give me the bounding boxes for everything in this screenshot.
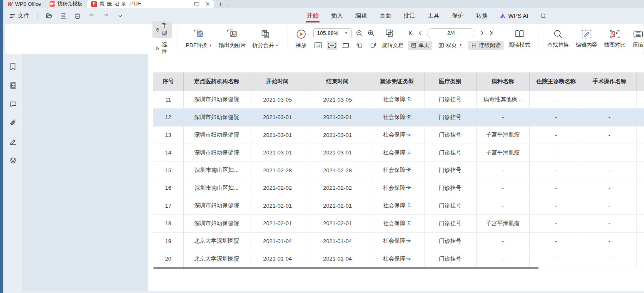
table-row[interactable]: 20北京大学深圳医院2021-01-042021-01-04社会保障卡门诊挂号-…: [153, 250, 644, 268]
fit-width-icon[interactable]: [327, 41, 337, 50]
table-row[interactable]: 11深圳市妇幼保健院2021-03-052021-03-05社会保障卡门诊挂号病…: [153, 91, 644, 109]
ribbon-tab-edit[interactable]: 编辑: [354, 8, 368, 23]
ribbon-tab-home[interactable]: 开始: [306, 8, 320, 23]
bookmark-icon[interactable]: [8, 62, 18, 72]
svg-text:1:1: 1:1: [316, 44, 320, 47]
horizontal-scrollbar[interactable]: [153, 267, 539, 269]
zoom-in-icon[interactable]: [367, 29, 375, 37]
rotate-document-label[interactable]: 旋转文档: [382, 42, 404, 49]
edit-content-button[interactable]: 编辑内容: [572, 29, 601, 49]
table-cell: 门诊挂号: [424, 126, 476, 144]
read-mode-button[interactable]: 阅读模式: [505, 29, 534, 49]
save-icon[interactable]: [59, 12, 67, 20]
table-cell: 门诊挂号: [424, 144, 476, 162]
table-cell: 社会保障卡: [370, 144, 424, 162]
page-number-input[interactable]: 2/4: [427, 28, 475, 38]
table-cell: -: [529, 179, 583, 197]
read-mode-icon: [514, 29, 525, 39]
rotate-left-icon[interactable]: [354, 41, 364, 50]
table-cell: 2021-02-01: [305, 215, 370, 233]
redo-icon[interactable]: [102, 12, 110, 20]
table-cell: 2021-02-02: [305, 179, 370, 197]
table-cell: 门诊挂号: [424, 91, 476, 109]
next-page-icon[interactable]: [480, 30, 484, 36]
play-icon: [296, 29, 307, 40]
comment-icon[interactable]: [8, 99, 18, 109]
table-cell: 社会保障卡: [370, 215, 424, 233]
ribbon-tab-tools[interactable]: 工具: [427, 8, 440, 23]
monitor-icon[interactable]: [192, 1, 201, 7]
ribbon-tab-insert[interactable]: 插入: [330, 8, 344, 23]
close-tab-icon[interactable]: [204, 2, 212, 6]
zoom-out-icon[interactable]: [355, 29, 363, 37]
table-cell: 2021-02-28: [305, 161, 370, 179]
table-cell: 门诊挂号: [424, 197, 476, 215]
pdf-page[interactable]: 序号定点医药机构名称开始时间结束时间就诊凭证类型医疗类别病种名称住院主诊断名称手…: [148, 54, 644, 291]
table-row[interactable]: 19北京大学深圳医院2021-01-042021-01-04社会保障卡门诊挂号-…: [153, 232, 644, 250]
zoom-level-select[interactable]: 105.88% ▼: [313, 28, 352, 38]
table-row[interactable]: 15深圳市南山区妇...2021-02-282021-02-28社会保障卡门诊挂…: [153, 161, 644, 179]
double-page-icon: [438, 42, 444, 48]
table-cell: 社会保障卡: [370, 126, 424, 144]
ribbon-tab-page[interactable]: 页面: [379, 8, 392, 23]
attachment-icon[interactable]: [8, 118, 18, 128]
table-row[interactable]: 13深圳市妇幼保健院2021-03-012021-03-01社会保障卡门诊挂号子…: [153, 126, 644, 144]
single-page-button[interactable]: 单页: [408, 41, 432, 50]
tab-wps-office[interactable]: W WPS Office: [3, 0, 45, 8]
tab-document-pdf[interactable]: P 就 医 记 录 .PDF: [87, 0, 214, 8]
history-chevron-icon[interactable]: [116, 12, 124, 20]
single-page-label: 单页: [419, 42, 429, 49]
export-as-image-button[interactable]: 输出为图片: [215, 29, 249, 49]
hand-icon: [155, 27, 160, 33]
table-row[interactable]: 12深圳市妇幼保健院2021-03-012021-03-01社会保障卡门诊挂号-…: [153, 109, 644, 127]
ribbon-tab-protect[interactable]: 保护: [451, 8, 464, 23]
table-cell: -: [583, 215, 636, 233]
table-cell: -: [476, 250, 529, 268]
find-replace-button[interactable]: 查找替换: [544, 29, 572, 49]
compress-button[interactable]: 压缩: [629, 29, 644, 49]
rotate-right-icon[interactable]: [368, 41, 378, 50]
table-cell: 2021-02-01: [250, 197, 305, 215]
rotate-document-icon[interactable]: [384, 29, 394, 38]
play-button[interactable]: 播放: [292, 29, 310, 49]
continuous-read-button[interactable]: 连续阅读: [468, 41, 504, 50]
split-merge-button[interactable]: 拆分合并▼: [249, 29, 282, 49]
tab-docer-templates[interactable]: �� 找稻壳模板: [45, 0, 87, 8]
table-row[interactable]: 16深圳市南山区妇...2021-02-022021-02-02社会保障卡门诊挂…: [153, 179, 644, 197]
hand-tool-button[interactable]: 手型: [152, 21, 172, 38]
print-icon[interactable]: [73, 12, 82, 20]
table-row[interactable]: 18深圳市妇幼保健院2021-02-012021-02-01社会保障卡门诊挂号子…: [153, 215, 644, 233]
table-row[interactable]: 14深圳市妇幼保健院2021-03-012021-03-01社会保障卡门诊挂号子…: [153, 144, 644, 162]
menu-bar: 文件: [3, 8, 644, 24]
window-edge-strip: [0, 0, 3, 293]
ribbon-tab-annotate[interactable]: 批注: [403, 8, 416, 23]
open-file-icon[interactable]: [45, 12, 53, 20]
last-page-icon[interactable]: [489, 30, 494, 36]
undo-icon[interactable]: [87, 12, 96, 20]
table-row[interactable]: 17深圳市妇幼保健院2021-02-012021-02-01社会保障卡门诊挂号-…: [153, 197, 644, 215]
table-cell: 2021-02-02: [250, 179, 305, 197]
tab-list-chevron-icon[interactable]: ⌄: [227, 0, 233, 8]
actual-size-icon[interactable]: 1:1: [313, 41, 323, 50]
signature-icon[interactable]: [8, 137, 18, 146]
table-cell: [636, 197, 644, 215]
pdf-convert-button[interactable]: W PDF转换▼: [182, 29, 215, 49]
table-cell: [636, 91, 644, 109]
table-cell: -: [583, 179, 636, 197]
first-page-icon[interactable]: [408, 30, 413, 36]
table-cell: 20: [153, 250, 183, 268]
screenshot-compare-button[interactable]: 截图对比: [601, 29, 629, 49]
file-menu-button[interactable]: 文件: [9, 12, 30, 20]
navigation-pane[interactable]: [23, 54, 148, 291]
new-tab-button[interactable]: ＋: [214, 0, 227, 8]
layers-icon[interactable]: [8, 155, 18, 165]
double-page-button[interactable]: 双页 ▼: [435, 41, 465, 50]
wps-ai-button[interactable]: WPS AI: [499, 12, 528, 19]
search-icon[interactable]: [539, 12, 547, 20]
fit-page-icon[interactable]: [341, 41, 351, 50]
previous-page-icon[interactable]: [418, 30, 422, 36]
table-cell: [636, 232, 644, 250]
compress-label: 压缩: [633, 41, 644, 49]
ribbon-tab-convert[interactable]: 转换: [475, 8, 489, 23]
thumbnail-icon[interactable]: [8, 80, 18, 90]
